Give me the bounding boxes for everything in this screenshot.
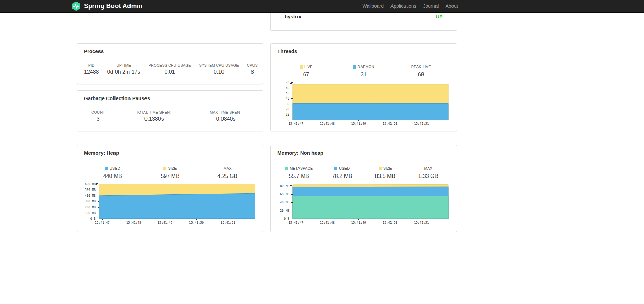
left-column: Process PID UPTIME PROCESS CPU USAGE SYS… — [77, 13, 263, 232]
legend-item-size: SIZE 597 MB — [141, 166, 199, 179]
nav-item-wallboard[interactable]: Wallboard — [359, 3, 387, 9]
svg-text:15:41:47: 15:41:47 — [288, 122, 303, 125]
svg-text:60: 60 — [286, 86, 289, 90]
size-color-swatch — [163, 167, 166, 170]
legend-label: SIZE — [383, 166, 392, 171]
svg-text:15:41:47: 15:41:47 — [288, 221, 303, 224]
legend-item-live: LIVE 67 — [277, 65, 335, 78]
svg-text:70: 70 — [286, 81, 289, 84]
process-stats-table: PID UPTIME PROCESS CPU USAGE SYSTEM CPU … — [80, 59, 262, 81]
svg-text:200 MB: 200 MB — [85, 206, 96, 209]
svg-text:15:41:51: 15:41:51 — [220, 221, 235, 224]
threads-panel-title: Threads — [271, 44, 457, 59]
used-color-swatch — [334, 167, 337, 170]
svg-text:15:41:49: 15:41:49 — [158, 221, 172, 224]
application-name[interactable]: hystrix — [285, 14, 301, 19]
stat-label: SYSTEM CPU USAGE — [195, 59, 243, 69]
used-color-swatch — [105, 167, 108, 170]
memory-heap-legend: USED 440 MB SIZE 597 MB MAX — [84, 166, 256, 179]
gc-panel: Garbage Collection Pauses COUNT TOTAL TI… — [77, 90, 263, 131]
stat-label: PID — [80, 59, 103, 69]
stat-value: 12488 — [80, 69, 103, 81]
stat-value: 8 — [243, 69, 262, 81]
memory-nonheap-panel-title: Memory: Non heap — [271, 145, 457, 161]
stat-value: 0.01 — [144, 69, 195, 81]
legend-label: PEAK LIVE — [411, 65, 431, 69]
gc-stats-table: COUNT TOTAL TIME SPENT MAX TIME SPENT 3 … — [80, 106, 260, 128]
stat-value: 3 — [80, 116, 117, 128]
legend-item-max: MAX 1.33 GB — [407, 166, 450, 179]
legend-item-used: USED 78.2 MB — [321, 166, 364, 179]
legend-label: METASPACE — [290, 166, 313, 171]
memory-heap-panel: Memory: Heap USED 440 MB SIZE — [77, 145, 263, 232]
svg-text:50: 50 — [286, 91, 289, 95]
process-panel: Process PID UPTIME PROCESS CPU USAGE SYS… — [77, 43, 263, 84]
svg-text:0: 0 — [288, 118, 289, 122]
metaspace-color-swatch — [285, 167, 288, 170]
svg-text:40: 40 — [286, 97, 289, 100]
legend-value: 55.7 MB — [277, 173, 321, 179]
memory-heap-chart: 0 B100 MB200 MB300 MB400 MB500 MB600 MB1… — [84, 183, 256, 225]
nav-item-applications[interactable]: Applications — [387, 3, 420, 9]
svg-text:20 MB: 20 MB — [280, 209, 289, 212]
live-color-swatch — [300, 65, 303, 69]
legend-value: 68 — [392, 71, 450, 78]
svg-text:15:41:50: 15:41:50 — [189, 221, 204, 224]
memory-nonheap-legend: METASPACE 55.7 MB USED 78.2 MB — [277, 166, 450, 179]
legend-value: 440 MB — [84, 173, 141, 179]
threads-panel: Threads LIVE 67 DAEMON — [270, 43, 457, 131]
process-panel-title: Process — [77, 44, 263, 59]
application-row[interactable]: hystrix UP — [278, 13, 449, 22]
daemon-color-swatch — [353, 65, 356, 69]
legend-item-size: SIZE 83.5 MB — [364, 166, 407, 179]
svg-text:15:41:48: 15:41:48 — [126, 221, 141, 224]
spring-boot-admin-logo-icon — [72, 1, 81, 11]
applications-panel-footer — [271, 22, 457, 30]
legend-value: 1.33 GB — [407, 173, 450, 179]
navbar: Spring Boot Admin Wallboard Applications… — [0, 0, 644, 13]
threads-legend: LIVE 67 DAEMON 31 PEAK LIVE — [277, 65, 450, 78]
svg-text:80 MB: 80 MB — [280, 184, 289, 188]
svg-text:15:41:48: 15:41:48 — [320, 122, 335, 125]
legend-value: 83.5 MB — [364, 173, 407, 179]
legend-label: USED — [110, 166, 120, 171]
legend-value: 31 — [335, 71, 393, 78]
svg-text:15:41:51: 15:41:51 — [414, 122, 429, 125]
gc-panel-title: Garbage Collection Pauses — [77, 91, 263, 106]
nav-item-journal[interactable]: Journal — [419, 3, 442, 9]
legend-label: MAX — [223, 166, 231, 171]
nav-item-about[interactable]: About — [442, 3, 458, 9]
svg-text:15:41:48: 15:41:48 — [320, 221, 335, 224]
stat-value: 0.0840s — [191, 116, 260, 128]
legend-item-peak-live: PEAK LIVE 68 — [392, 65, 450, 78]
svg-text:60 MB: 60 MB — [280, 193, 289, 196]
legend-item-daemon: DAEMON 31 — [335, 65, 393, 78]
brand[interactable]: Spring Boot Admin — [72, 1, 142, 11]
svg-text:0 B: 0 B — [284, 217, 289, 221]
stat-label: CPUS — [243, 59, 262, 69]
legend-item-max: MAX 4.25 GB — [199, 166, 256, 179]
stat-value: 0.10 — [195, 69, 243, 81]
legend-value: 78.2 MB — [321, 173, 364, 179]
svg-text:15:41:47: 15:41:47 — [95, 221, 109, 224]
nav-menu: Wallboard Applications Journal About — [359, 3, 458, 9]
stat-value: 0.1380s — [117, 116, 191, 128]
legend-label: USED — [339, 166, 350, 171]
applications-panel: hystrix UP — [270, 13, 457, 31]
memory-heap-panel-title: Memory: Heap — [77, 145, 263, 161]
svg-text:15:41:50: 15:41:50 — [383, 122, 397, 125]
legend-label: LIVE — [304, 65, 313, 69]
legend-label: MAX — [424, 166, 432, 171]
size-color-swatch — [379, 167, 382, 170]
legend-item-used: USED 440 MB — [84, 166, 141, 179]
application-status-badge: UP — [436, 14, 443, 19]
legend-value: 67 — [277, 71, 335, 78]
legend-value: 597 MB — [141, 173, 199, 179]
svg-text:0 B: 0 B — [90, 217, 96, 221]
svg-text:10: 10 — [286, 113, 289, 116]
legend-label: DAEMON — [357, 65, 374, 69]
svg-text:400 MB: 400 MB — [85, 194, 96, 197]
stat-label: COUNT — [80, 106, 117, 116]
svg-text:15:41:49: 15:41:49 — [351, 221, 366, 224]
stat-label: UPTIME — [103, 59, 144, 69]
